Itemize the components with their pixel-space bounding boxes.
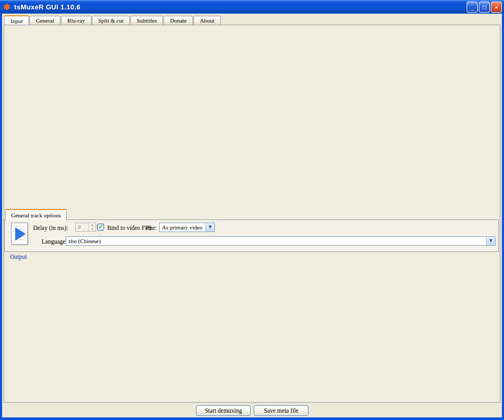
app-icon: ✽ [3, 3, 12, 12]
output-label: Output [8, 254, 28, 260]
language-dropdown[interactable]: zho (Chinese) ▼ [66, 236, 496, 246]
client-area: InputGeneralBlu-raySplit & cutSubtitlesD… [2, 14, 502, 417]
main-tab-bar: InputGeneralBlu-raySplit & cutSubtitlesD… [4, 16, 221, 25]
spinner-arrows-icon[interactable]: ▲▼ [88, 223, 96, 231]
size-dropdown[interactable]: As primary video ▼ [159, 223, 215, 232]
window-title: tsMuxeR GUI 1.10.6 [14, 3, 80, 11]
app-window: ✽ tsMuxeR GUI 1.10.6 _ □ ✕ InputGeneralB… [0, 0, 504, 420]
input-tab-panel [4, 25, 500, 403]
chevron-down-icon[interactable]: ▼ [205, 223, 214, 232]
general-track-options-tab[interactable]: General track options [5, 209, 67, 220]
maximize-button[interactable]: □ [479, 2, 490, 13]
tab-subtitles[interactable]: Subtitles [130, 16, 163, 25]
tab-general[interactable]: General [29, 16, 60, 25]
tab-donate[interactable]: Donate [163, 16, 193, 25]
tab-input[interactable]: Input [4, 15, 29, 25]
save-meta-file-button[interactable]: Save meta file [254, 405, 308, 416]
bind-fps-checkbox[interactable] [97, 224, 104, 230]
track-options-panel: Delay (in ms): 0 ▲▼ Bind to video FPS si… [4, 219, 499, 252]
delay-label: Delay (in ms): [33, 225, 68, 231]
track-document-icon [11, 223, 28, 245]
start-demuxing-button[interactable]: Start demuxing [196, 405, 251, 416]
language-label: Language: [42, 238, 67, 245]
delay-spinner[interactable]: 0 ▲▼ [75, 223, 96, 232]
tab-split-cut[interactable]: Split & cut [92, 16, 130, 25]
tab-blu-ray[interactable]: Blu-ray [61, 16, 91, 25]
close-button[interactable]: ✕ [491, 2, 502, 13]
chevron-down-icon[interactable]: ▼ [486, 237, 495, 245]
size-label: size: [146, 225, 157, 231]
tab-about[interactable]: About [193, 16, 221, 25]
title-bar[interactable]: ✽ tsMuxeR GUI 1.10.6 _ □ ✕ [0, 0, 504, 14]
bind-fps-label: Bind to video FPS [107, 225, 152, 231]
minimize-button[interactable]: _ [467, 2, 478, 13]
